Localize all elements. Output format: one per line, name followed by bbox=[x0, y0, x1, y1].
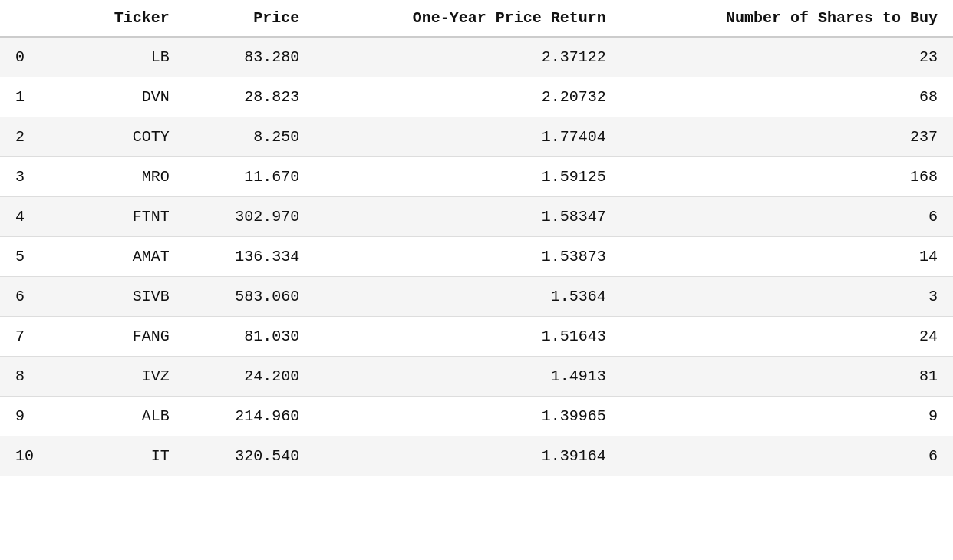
cell-price: 136.334 bbox=[185, 237, 315, 277]
cell-shares: 9 bbox=[622, 397, 953, 436]
cell-ticker: ALB bbox=[68, 397, 185, 436]
cell-ticker: SIVB bbox=[68, 277, 185, 317]
cell-return: 2.37122 bbox=[315, 37, 621, 77]
cell-price: 24.200 bbox=[185, 357, 315, 397]
table-row: 8IVZ24.2001.491381 bbox=[0, 357, 953, 397]
cell-ticker: AMAT bbox=[68, 237, 185, 277]
cell-price: 8.250 bbox=[185, 117, 315, 157]
table-row: 5AMAT136.3341.5387314 bbox=[0, 237, 953, 277]
table-row: 2COTY8.2501.77404237 bbox=[0, 117, 953, 157]
cell-index: 6 bbox=[0, 277, 68, 317]
cell-index: 2 bbox=[0, 117, 68, 157]
cell-ticker: MRO bbox=[68, 157, 185, 197]
cell-shares: 23 bbox=[622, 37, 953, 77]
cell-ticker: LB bbox=[68, 37, 185, 77]
cell-index: 0 bbox=[0, 37, 68, 77]
cell-shares: 6 bbox=[622, 197, 953, 237]
table-row: 7FANG81.0301.5164324 bbox=[0, 317, 953, 357]
table-row: 1DVN28.8232.2073268 bbox=[0, 77, 953, 117]
cell-index: 3 bbox=[0, 157, 68, 197]
cell-return: 1.4913 bbox=[315, 357, 621, 397]
table-row: 0LB83.2802.3712223 bbox=[0, 37, 953, 77]
cell-index: 1 bbox=[0, 77, 68, 117]
cell-ticker: FTNT bbox=[68, 197, 185, 237]
cell-index: 4 bbox=[0, 197, 68, 237]
cell-price: 81.030 bbox=[185, 317, 315, 357]
cell-return: 1.39965 bbox=[315, 397, 621, 436]
cell-price: 320.540 bbox=[185, 436, 315, 476]
cell-shares: 24 bbox=[622, 317, 953, 357]
cell-ticker: COTY bbox=[68, 117, 185, 157]
cell-price: 302.970 bbox=[185, 197, 315, 237]
cell-ticker: IT bbox=[68, 436, 185, 476]
col-header-price: Price bbox=[185, 0, 315, 37]
cell-return: 1.39164 bbox=[315, 436, 621, 476]
cell-return: 1.5364 bbox=[315, 277, 621, 317]
cell-price: 28.823 bbox=[185, 77, 315, 117]
cell-ticker: IVZ bbox=[68, 357, 185, 397]
cell-ticker: FANG bbox=[68, 317, 185, 357]
cell-index: 5 bbox=[0, 237, 68, 277]
cell-index: 10 bbox=[0, 436, 68, 476]
cell-price: 214.960 bbox=[185, 397, 315, 436]
cell-shares: 3 bbox=[622, 277, 953, 317]
table-header-row: Ticker Price One-Year Price Return Numbe… bbox=[0, 0, 953, 37]
cell-shares: 81 bbox=[622, 357, 953, 397]
cell-shares: 168 bbox=[622, 157, 953, 197]
col-header-return: One-Year Price Return bbox=[315, 0, 621, 37]
cell-price: 11.670 bbox=[185, 157, 315, 197]
cell-return: 1.51643 bbox=[315, 317, 621, 357]
cell-price: 83.280 bbox=[185, 37, 315, 77]
table-row: 9ALB214.9601.399659 bbox=[0, 397, 953, 436]
cell-shares: 237 bbox=[622, 117, 953, 157]
cell-ticker: DVN bbox=[68, 77, 185, 117]
cell-return: 1.58347 bbox=[315, 197, 621, 237]
cell-return: 1.59125 bbox=[315, 157, 621, 197]
cell-return: 1.77404 bbox=[315, 117, 621, 157]
col-header-shares: Number of Shares to Buy bbox=[622, 0, 953, 37]
cell-index: 8 bbox=[0, 357, 68, 397]
cell-shares: 14 bbox=[622, 237, 953, 277]
cell-shares: 6 bbox=[622, 436, 953, 476]
col-header-index bbox=[0, 0, 68, 37]
cell-index: 9 bbox=[0, 397, 68, 436]
cell-index: 7 bbox=[0, 317, 68, 357]
table-row: 3MRO11.6701.59125168 bbox=[0, 157, 953, 197]
table-row: 10IT320.5401.391646 bbox=[0, 436, 953, 476]
table-row: 4FTNT302.9701.583476 bbox=[0, 197, 953, 237]
stock-table: Ticker Price One-Year Price Return Numbe… bbox=[0, 0, 953, 476]
cell-price: 583.060 bbox=[185, 277, 315, 317]
col-header-ticker: Ticker bbox=[68, 0, 185, 37]
table-row: 6SIVB583.0601.53643 bbox=[0, 277, 953, 317]
cell-shares: 68 bbox=[622, 77, 953, 117]
cell-return: 2.20732 bbox=[315, 77, 621, 117]
cell-return: 1.53873 bbox=[315, 237, 621, 277]
